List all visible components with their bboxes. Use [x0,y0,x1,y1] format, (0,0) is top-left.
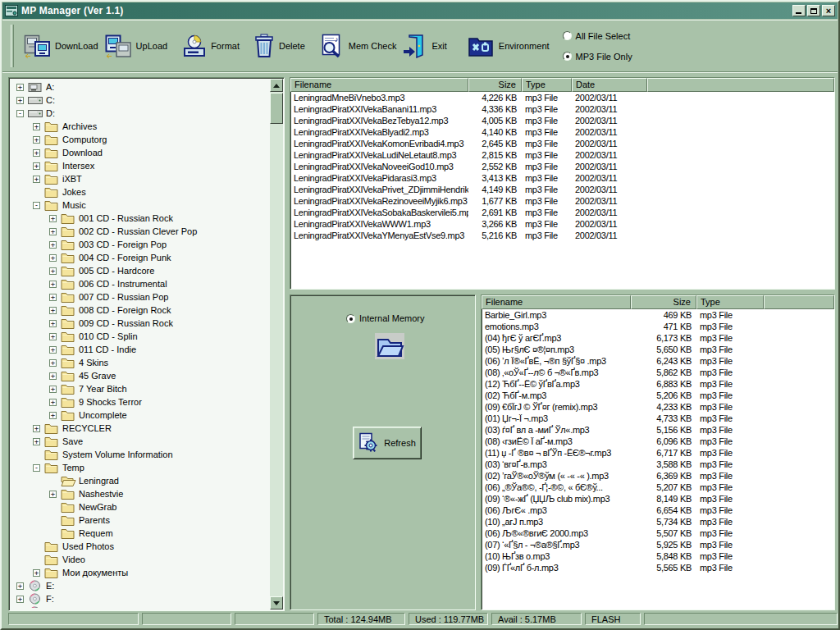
toolbar-button-format[interactable]: Format [182,34,240,57]
tree-item-007-cd-russian-pop[interactable]: +007 CD - Russian Pop [11,290,268,304]
file-row[interactable]: (09) ‘®«-жҐ (ЏЏЉ club mix).mp38,149 KBmp… [482,493,834,504]
file-row[interactable]: (08) ‹гзиЁ© Ї аҐ-м.mp36,096 KBmp3 File [482,436,834,447]
toolbar-grip[interactable] [11,25,14,67]
file-row[interactable]: LeningradMneBiVnebo3.mp34,226 KBmp3 File… [290,92,834,103]
tree-item-uncomplete[interactable]: +Uncomplete [11,409,268,422]
minimize-button[interactable] [792,5,806,16]
maximize-button[interactable] [807,5,820,16]
file-row[interactable]: LeningradPiratXXIVekaBlyadi2.mp34,140 KB… [290,126,834,138]
expand-toggle[interactable]: + [49,346,57,354]
tree-item-intersex[interactable]: +Intersex [11,159,268,172]
column-header-type[interactable]: Type [522,78,572,92]
expand-toggle[interactable]: + [33,438,40,445]
tree-item-45-grave[interactable]: +45 Grave [11,369,268,382]
file-row[interactable]: (02) ЋбҐ-м.mp35,206 KBmp3 File [482,390,834,401]
tree-item-9-shocks-terror[interactable]: +9 Shocks Terror [11,395,268,409]
toolbar-button-environment[interactable]: Environment [467,34,550,58]
radio-all-file-select[interactable]: All File Select [563,31,632,41]
file-row[interactable]: LeningradPiratXXIVekaYMenyaEstVse9.mp35,… [290,230,834,241]
tree-item-nashestvie[interactable]: +Nashestvie [11,487,268,500]
expand-toggle[interactable]: + [16,84,24,91]
file-row[interactable]: LeningradPiratXXIVekaBezTebya12.mp34,005… [290,115,834,126]
column-header-filename[interactable]: Filename [482,295,631,309]
file-row[interactable]: LeningradPiratXXIVekaNoveeiGod10.mp32,55… [290,161,834,172]
expand-toggle[interactable]: + [33,149,40,157]
expand-toggle[interactable]: + [49,320,57,327]
tree-item-recycler[interactable]: +RECYCLER [11,422,268,435]
expand-toggle[interactable]: + [33,425,40,432]
file-row[interactable]: (09) ЃҐ«лҐ б-л.mp35,565 KBmp3 File [482,562,834,573]
close-button[interactable]: × [822,5,835,16]
tree-item-f[interactable]: +F: [11,592,268,605]
tree-item-c[interactable]: +C: [11,94,268,107]
expand-toggle[interactable]: + [49,228,57,235]
file-row[interactable]: (08) ‚«оЎ«Ґ--л© б ¬®«Ґв.mp35,862 KBmp3 F… [482,367,834,378]
toolbar-button-exit[interactable]: Exit [402,34,446,58]
file-row[interactable]: (06) „®Ўа®©, -Ґ¦-®©, « бЄ®ў...5,207 KBmp… [482,482,834,493]
expand-toggle[interactable]: + [33,176,40,183]
expand-toggle[interactable]: - [33,464,40,472]
expand-toggle[interactable]: + [49,333,57,340]
tree-item-d[interactable]: -D: [11,107,268,120]
tree-item-003-cd-foreign-pop[interactable]: +003 CD - Foreign Pop [11,238,268,251]
file-row[interactable]: LeningradPiratXXIVekaPidarasi3.mp33,413 … [290,172,834,184]
expand-toggle[interactable]: + [49,386,57,393]
tree-item-system-volume-information[interactable]: System Volume Information [11,448,268,461]
tree-item-temp[interactable]: -Temp [11,461,268,474]
column-header-size[interactable]: Size [468,78,522,92]
tree-item-мои-документы[interactable]: +Мои документы [11,566,268,579]
expand-toggle[interactable]: + [49,267,57,275]
tree-scrollbar[interactable] [270,79,283,609]
expand-toggle[interactable]: + [49,307,57,314]
tree-item-005-cd-hardcore[interactable]: +005 CD - Hardcore [11,264,268,277]
scroll-up-button[interactable] [270,79,283,92]
expand-toggle[interactable]: + [49,241,57,249]
file-row[interactable]: (03) ‘вг¤Ґ-в.mp33,588 KBmp3 File [482,459,834,470]
tree-item-download[interactable]: +Download [11,146,268,159]
expand-toggle[interactable]: + [16,97,24,104]
expand-toggle[interactable]: + [49,399,57,406]
expand-toggle[interactable]: + [33,123,40,130]
toolbar-button-delete[interactable]: Delete [253,34,305,58]
expand-toggle[interactable]: + [49,491,57,498]
file-row[interactable]: (09) €бЇгЈ © ЎҐ¤г (remix).mp34,233 KBmp3… [482,401,834,413]
file-row[interactable]: (11) џ -Ґ ®в¤ ¬ вҐЎп -ЁЄ®¬г.mp36,717 KBm… [482,447,834,459]
file-row[interactable]: (05) Њг§лЄ ¤®¦¤п.mp35,650 KBmp3 File [482,344,834,355]
internal-memory-radio[interactable]: Internal Memory [346,313,424,323]
file-row[interactable]: LeningradPiratXXIVekaSobakaBaskervilei5.… [290,207,834,218]
file-row[interactable]: LeningradPiratXXIVekaKomonEvribadi4.mp32… [290,138,834,149]
file-row[interactable]: (06) Љ®«®вгиЄ 2000.mp35,507 KBmp3 File [482,527,834,539]
file-row[interactable]: (04) ђгЄ ў агЄҐ.mp36,173 KBmp3 File [482,332,834,344]
expand-toggle[interactable]: + [33,569,40,577]
file-row[interactable]: (03) ѓ¤Ґ вл а -миҐ Ўл«.mp35,156 KBmp3 Fi… [482,424,834,436]
tree-item-008-cd-foreign-rock[interactable]: +008 CD - Foreign Rock [11,304,268,317]
tree-item-leningrad[interactable]: Leningrad [11,474,268,487]
file-row[interactable]: LeningradPiratXXIVekaWWW1.mp33,266 KBmp3… [290,218,834,230]
expand-toggle[interactable]: + [16,596,24,603]
scrollbar-thumb[interactable] [270,93,283,124]
tree-item-ixbt[interactable]: +iXBT [11,172,268,185]
tree-item-requem[interactable]: Requem [11,527,268,540]
file-row[interactable]: LeningradPiratXXIVekaLudiNeLetaut8.mp32,… [290,149,834,161]
tree-item-002-cd-russian-clever-pop[interactable]: +002 CD - Russian Clever Pop [11,225,268,238]
toolbar-button-download[interactable]: DownLoad [24,34,98,58]
tree-item-parents[interactable]: Parents [11,514,268,527]
file-row[interactable]: (07) ‘«Ґ§л - ¬®а®§Ґ.mp35,925 KBmp3 File [482,539,834,550]
expand-toggle[interactable]: + [49,412,57,419]
tree-item-video[interactable]: Video [11,553,268,566]
tree-item-001-cd-russian-rock[interactable]: +001 CD - Russian Rock [11,212,268,225]
tree-item-009-cd-russian-rock[interactable]: +009 CD - Russian Rock [11,317,268,330]
column-header-type[interactable]: Type [696,295,764,309]
tree-item-computorg[interactable]: +Computorg [11,133,268,146]
file-row[interactable]: (10) „агЈ п.mp35,734 KBmp3 File [482,516,834,527]
expand-toggle[interactable]: - [16,110,24,117]
tree-item-a[interactable]: +A: [11,80,268,94]
expand-toggle[interactable]: + [49,294,57,301]
toolbar-button-upload[interactable]: UpLoad [105,34,168,58]
expand-toggle[interactable]: + [49,254,57,262]
expand-toggle[interactable]: + [33,162,40,170]
toolbar-button-mem-check[interactable]: ♪Mem Check [320,34,397,58]
scroll-down-button[interactable] [270,596,283,609]
tree-item-4-skins[interactable]: +4 Skins [11,356,268,369]
tree-item-006-cd-instrumental[interactable]: +006 CD - Instrumental [11,277,268,290]
